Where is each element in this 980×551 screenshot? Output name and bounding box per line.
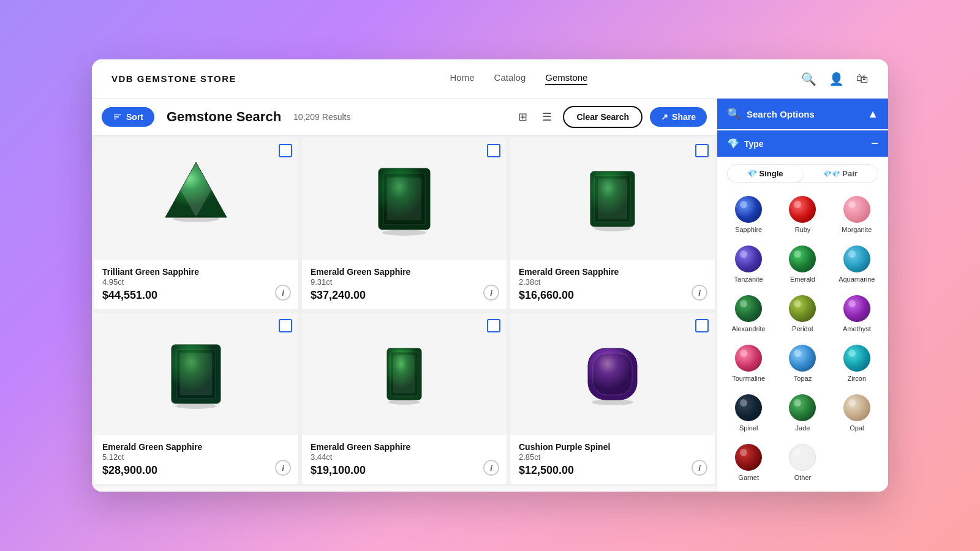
search-options-panel: 🔍 Search Options ▲ 💎 Type − 💎 Single 💎💎 …: [717, 99, 888, 492]
gem-type-item[interactable]: Spinel: [722, 389, 775, 437]
product-price-1: $44,551.00: [102, 289, 290, 302]
single-label: Single: [760, 169, 783, 178]
product-price-4: $28,900.00: [102, 464, 290, 477]
gem-type-item[interactable]: Tourmaline: [722, 339, 775, 388]
gem-circle: [843, 345, 870, 372]
nav-gemstone[interactable]: Gemstone: [545, 72, 587, 85]
gem-type-name: Garnet: [738, 474, 759, 481]
gem-type-item[interactable]: Ruby: [776, 190, 829, 239]
type-label: Type: [744, 139, 866, 149]
info-button-3[interactable]: i: [692, 285, 707, 301]
product-checkbox-2[interactable]: [487, 144, 500, 157]
search-title: Gemstone Search: [167, 109, 281, 125]
table-row: Emerald Green Sapphire 5.12ct $28,900.00…: [94, 313, 298, 484]
gem-type-item[interactable]: Jade: [776, 389, 829, 437]
gem-type-item[interactable]: Peridot: [776, 290, 829, 338]
gem-circle: [843, 295, 870, 322]
svg-point-21: [592, 399, 633, 405]
nav-catalog[interactable]: Catalog: [494, 72, 526, 85]
gem-type-name: Sapphire: [735, 226, 762, 233]
table-row: Emerald Green Sapphire 3.44ct $19,100.00…: [302, 313, 507, 484]
gem-type-name: Other: [794, 474, 812, 481]
product-checkbox-3[interactable]: [695, 144, 709, 157]
gem-type-name: Alexandrite: [732, 325, 766, 332]
grid-view-button[interactable]: ⊞: [514, 108, 531, 126]
single-icon: 💎: [747, 169, 757, 178]
search-icon[interactable]: 🔍: [801, 72, 816, 86]
sort-button[interactable]: Sort: [102, 107, 154, 127]
gem-type-name: Aquamarine: [839, 276, 875, 283]
results-count: 10,209 Results: [293, 112, 350, 122]
svg-point-14: [175, 403, 217, 409]
app-window: VDB GEMSTONE STORE Home Catalog Gemstone…: [92, 59, 888, 492]
type-gem-icon: 💎: [727, 138, 739, 149]
product-weight-1: 4.95ct: [102, 277, 290, 287]
gem-type-item[interactable]: Amethyst: [831, 290, 883, 338]
clear-search-button[interactable]: Clear Search: [563, 106, 643, 128]
gem-circle: [789, 394, 816, 421]
info-button-2[interactable]: i: [483, 285, 499, 301]
product-checkbox-6[interactable]: [695, 319, 709, 332]
product-image-3: [510, 138, 715, 260]
products-grid: Trilliant Green Sapphire 4.95ct $44,551.…: [92, 136, 717, 486]
list-view-button[interactable]: ☰: [538, 108, 556, 126]
sort-icon: [113, 112, 123, 122]
product-checkbox-5[interactable]: [487, 319, 500, 332]
type-collapse-button[interactable]: −: [871, 137, 878, 151]
pair-icon: 💎💎: [823, 170, 840, 178]
cart-icon[interactable]: 🛍: [856, 72, 869, 86]
pair-label: Pair: [842, 169, 858, 178]
product-info-5: Emerald Green Sapphire 3.44ct $19,100.00: [302, 435, 507, 484]
collapse-button[interactable]: ▲: [867, 108, 878, 121]
gem-type-item[interactable]: Zircon: [831, 339, 883, 388]
gem-circle: [843, 196, 870, 223]
header: VDB GEMSTONE STORE Home Catalog Gemstone…: [92, 59, 888, 99]
product-info-1: Trilliant Green Sapphire 4.95ct $44,551.…: [94, 260, 298, 309]
gem-type-name: Jade: [796, 424, 810, 432]
table-row: Emerald Green Sapphire 2.38ct $16,660.00…: [510, 138, 715, 309]
share-icon: ↗: [661, 112, 668, 122]
share-button[interactable]: ↗ Share: [650, 107, 707, 127]
gem-type-item[interactable]: Morganite: [831, 190, 883, 239]
gem-type-item[interactable]: Emerald: [776, 240, 829, 288]
nav: Home Catalog Gemstone: [450, 72, 588, 85]
svg-point-18: [388, 400, 420, 405]
gem-circle: [789, 295, 816, 322]
product-checkbox-4[interactable]: [279, 319, 292, 332]
gem-type-name: Ruby: [795, 226, 811, 233]
product-info-6: Cushion Purple Spinel 2.85ct $12,500.00: [510, 435, 715, 484]
gem-type-item[interactable]: Garnet: [722, 438, 775, 487]
product-info-2: Emerald Green Sapphire 9.31ct $37,240.00: [302, 260, 507, 309]
product-name-3: Emerald Green Sapphire: [519, 266, 706, 277]
pair-toggle-button[interactable]: 💎💎 Pair: [803, 165, 878, 182]
search-options-title: Search Options: [747, 109, 861, 119]
product-checkbox-1[interactable]: [279, 144, 292, 157]
gem-type-item[interactable]: Tanzanite: [722, 240, 775, 288]
gem-type-item[interactable]: Other: [776, 438, 829, 487]
gem-type-item[interactable]: Topaz: [776, 339, 829, 388]
svg-rect-13: [180, 353, 212, 395]
gem-circle: [789, 246, 816, 272]
svg-rect-20: [593, 353, 632, 395]
gem-type-item[interactable]: Opal: [831, 389, 883, 437]
gem-type-item[interactable]: Aquamarine: [831, 240, 883, 288]
info-button-1[interactable]: i: [275, 285, 291, 301]
product-info-4: Emerald Green Sapphire 5.12ct $28,900.00: [94, 435, 298, 484]
table-row: Emerald Green Sapphire 9.31ct $37,240.00…: [302, 138, 507, 309]
left-panel: Sort Gemstone Search 10,209 Results ⊞ ☰ …: [92, 99, 717, 492]
gem-circle: [735, 246, 762, 272]
product-name-6: Cushion Purple Spinel: [519, 441, 706, 452]
gem-circle: [843, 246, 870, 272]
gem-type-grid: SapphireRubyMorganiteTanzaniteEmeraldAqu…: [717, 188, 888, 492]
gem-type-item[interactable]: Alexandrite: [722, 290, 775, 338]
product-price-3: $16,660.00: [519, 289, 706, 302]
product-image-6: [510, 313, 715, 435]
user-icon[interactable]: 👤: [829, 72, 844, 86]
logo: VDB GEMSTONE STORE: [111, 73, 236, 84]
gem-type-name: Peridot: [792, 325, 813, 332]
gem-type-item[interactable]: Sapphire: [722, 190, 775, 239]
gem-type-name: Amethyst: [843, 325, 871, 332]
gem-circle: [735, 444, 762, 471]
nav-home[interactable]: Home: [450, 72, 475, 85]
single-toggle-button[interactable]: 💎 Single: [728, 165, 803, 182]
